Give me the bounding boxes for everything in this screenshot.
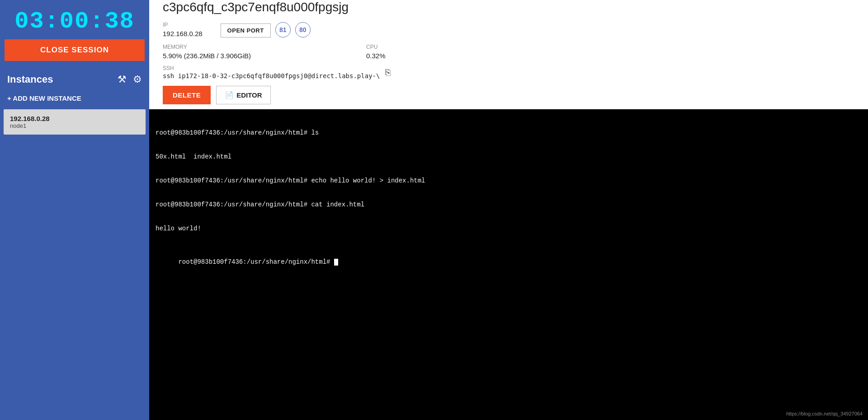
port-81-badge[interactable]: 81 <box>275 22 291 37</box>
timer-display: 03:00:38 <box>5 8 145 35</box>
memory-cpu-row: Memory 5.90% (236.2MiB / 3.906GiB) CPU 0… <box>163 44 854 60</box>
ip-label: IP <box>163 22 203 28</box>
terminal-line-4: hello world! <box>156 224 862 233</box>
ip-value: 192.168.0.28 <box>163 30 203 37</box>
sidebar: 03:00:38 CLOSE SESSION Instances ⚒ ⚙ + A… <box>0 0 149 420</box>
ssh-value: ssh ip172-18-0-32-c3pc6qfqf8u000fpgsj0@d… <box>163 72 380 79</box>
open-port-button[interactable]: OPEN PORT <box>221 23 271 37</box>
cpu-label: CPU <box>366 44 502 50</box>
main-panel: c3pc6qfq_c3pc7enqf8u000fpgsjg IP 192.168… <box>149 0 868 420</box>
instance-node: node1 <box>10 122 139 129</box>
delete-button[interactable]: DELETE <box>163 86 211 104</box>
memory-value: 5.90% (236.2MiB / 3.906GiB) <box>163 52 344 60</box>
ssh-label: SSH <box>163 65 380 71</box>
close-session-button[interactable]: CLOSE SESSION <box>5 39 145 61</box>
terminal[interactable]: root@983b100f7436:/usr/share/nginx/html#… <box>149 109 868 420</box>
ssh-block: SSH ssh ip172-18-0-32-c3pc6qfqf8u000fpgs… <box>163 65 380 79</box>
editor-button[interactable]: 📄 EDITOR <box>216 86 270 104</box>
ssh-row: SSH ssh ip172-18-0-32-c3pc6qfqf8u000fpgs… <box>163 65 854 79</box>
settings-icon[interactable]: ⚙ <box>133 74 142 85</box>
instance-name: c3pc6qfq_c3pc7enqf8u000fpgsjg <box>163 0 854 14</box>
port-80-badge[interactable]: 80 <box>295 22 311 37</box>
watermark: https://blog.csdn.net/qq_34927064 <box>786 411 863 416</box>
memory-block: Memory 5.90% (236.2MiB / 3.906GiB) <box>163 44 344 60</box>
cpu-block: CPU 0.32% <box>366 44 502 60</box>
cpu-value: 0.32% <box>366 52 502 60</box>
terminal-line-0: root@983b100f7436:/usr/share/nginx/html#… <box>156 128 862 138</box>
timer-bar: 03:00:38 CLOSE SESSION <box>0 0 149 65</box>
main-content-area: c3pc6qfq_c3pc7enqf8u000fpgsjg IP 192.168… <box>149 0 868 109</box>
port-row: IP 192.168.0.28 OPEN PORT 81 80 <box>163 22 854 37</box>
editor-file-icon: 📄 <box>225 91 234 99</box>
terminal-line-3: root@983b100f7436:/usr/share/nginx/html#… <box>156 200 862 210</box>
ip-block: IP 192.168.0.28 <box>163 22 203 37</box>
terminal-line-5: root@983b100f7436:/usr/share/nginx/html# <box>156 248 862 276</box>
instances-header: Instances ⚒ ⚙ <box>0 65 149 90</box>
memory-label: Memory <box>163 44 344 50</box>
instances-icons: ⚒ ⚙ <box>118 74 142 85</box>
instances-title: Instances <box>7 74 53 85</box>
editor-label: EDITOR <box>236 91 262 99</box>
wrench-icon[interactable]: ⚒ <box>118 74 127 85</box>
terminal-line-2: root@983b100f7436:/usr/share/nginx/html#… <box>156 176 862 186</box>
terminal-cursor <box>334 259 338 266</box>
instance-ip: 192.168.0.28 <box>10 115 139 122</box>
terminal-line-1: 50x.html index.html <box>156 152 862 162</box>
add-new-instance-link[interactable]: + ADD NEW INSTANCE <box>0 90 149 107</box>
action-row: DELETE 📄 EDITOR <box>163 86 854 104</box>
instance-item[interactable]: 192.168.0.28 node1 <box>4 109 146 135</box>
copy-icon[interactable]: ⎘ <box>384 66 392 79</box>
